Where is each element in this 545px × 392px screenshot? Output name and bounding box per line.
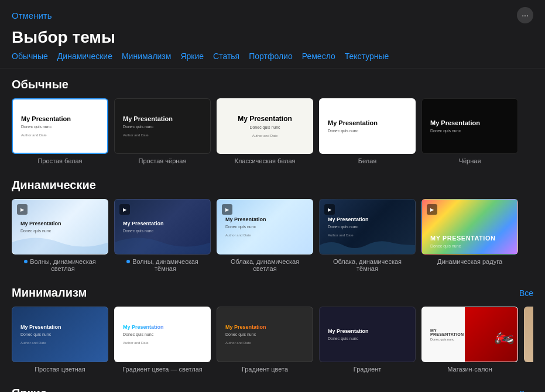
section-title-minimalizm: Минимализм (12, 286, 87, 300)
tab-dinamicheskie[interactable]: Динамические (57, 51, 112, 61)
theme-wave-dark[interactable]: ▶ My Presentation Donec quis nunc Волны,… (114, 199, 211, 272)
tab-yarkie[interactable]: Яркие (180, 51, 204, 61)
theme-label: Градиент цвета — светлая (122, 366, 203, 373)
theme-label: Простая чёрная (139, 157, 187, 164)
see-all-yarkie[interactable]: Все (519, 389, 533, 393)
theme-wave-light[interactable]: ▶ My Presentation Donec quis nunc Волны,… (12, 199, 108, 272)
play-icon: ▶ (222, 204, 232, 215)
content-area: Обычные My Presentation Donec quis nunc … (0, 68, 545, 392)
section-yarkie: Яркие Все MY PRESENTATION (12, 387, 533, 392)
theme-label: Классическая белая (234, 157, 295, 164)
theme-cloud-light[interactable]: ▶ My Presentation Donec quis nunc Author… (217, 199, 313, 272)
theme-white[interactable]: My Presentation Donec quis nunc Белая (319, 98, 416, 164)
tab-minimalizm[interactable]: Минимализм (122, 51, 171, 61)
tab-portfolio[interactable]: Портфолио (249, 51, 293, 61)
theme-label: Чёрная (459, 157, 481, 164)
tab-statya[interactable]: Статья (213, 51, 239, 61)
theme-gradient-color[interactable]: My Presentation Donec quis nunc Author a… (217, 307, 313, 373)
theme-label: Динамическая радуга (437, 258, 502, 265)
tab-teksturnye[interactable]: Текстурные (345, 51, 389, 61)
play-icon: ▶ (17, 204, 28, 215)
section-header-minimalizm: Минимализм Все (12, 286, 533, 300)
theme-label: Облака, динамическаятёмная (333, 258, 402, 272)
theme-cloud-dark[interactable]: ▶ My Presentation Donec quis nunc Author… (319, 199, 416, 272)
top-bar: Отменить ··· (0, 0, 545, 28)
theme-salon[interactable]: 🏍️ MY PRESENTATION Donec quis nunc Магаз… (421, 307, 518, 373)
section-minimalizm: Минимализм Все My Presentation Donec qui… (12, 286, 533, 373)
section-obychnye: Обычные My Presentation Donec quis nunc … (12, 78, 533, 164)
theme-label-wrapper: Волны, динамическаясветлая (24, 258, 96, 272)
theme-label-wrapper: Волны, динамическаятёмная (126, 258, 198, 272)
section-header-yarkie: Яркие Все (12, 387, 533, 392)
section-title-yarkie: Яркие (12, 387, 47, 392)
theme-black[interactable]: My Presentation Donec quis nunc Чёрная (421, 98, 518, 164)
section-dinamicheskie: Динамические ▶ My Presentation Donec qui… (12, 178, 533, 272)
theme-label: Белая (358, 157, 376, 164)
theme-label: Волны, динамическаясветлая (30, 258, 96, 272)
theme-simple-black[interactable]: My Presentation Donec quis nunc Author a… (114, 98, 211, 164)
theme-label: Волны, динамическаятёмная (132, 258, 198, 272)
section-title-dinamicheskie: Динамические (12, 178, 96, 192)
theme-label: Простая белая (37, 157, 82, 164)
theme-label: Облака, динамическаясветлая (231, 258, 299, 272)
theme-simple-color[interactable]: My Presentation Donec quis nunc Author a… (12, 307, 108, 373)
theme-label: Магазин-салон (447, 366, 492, 373)
see-all-minimalizm[interactable]: Все (519, 288, 533, 298)
theme-rainbow[interactable]: ▶ MY PRESENTATION Donec quis nunc Динами… (421, 199, 518, 272)
section-title-obychnye: Обычные (12, 78, 68, 91)
section-header-dinamicheskie: Динамические (12, 178, 533, 192)
themes-grid-dinamicheskie: ▶ My Presentation Donec quis nunc Волны,… (12, 199, 533, 272)
theme-label: Градиент цвета (242, 366, 288, 373)
cancel-button[interactable]: Отменить (12, 11, 52, 20)
navigation-tabs: Обычные Динамические Минимализм Яркие Ст… (0, 51, 545, 68)
themes-grid-minimalizm: My Presentation Donec quis nunc Author a… (12, 307, 533, 373)
play-icon: ▶ (427, 204, 437, 215)
theme-simple-white[interactable]: My Presentation Donec quis nunc Author a… (12, 98, 108, 164)
tab-remeslo[interactable]: Ремесло (302, 51, 335, 61)
theme-gradient[interactable]: My Presentation Donec quis nunc Градиент (319, 307, 416, 373)
more-button[interactable]: ··· (517, 7, 533, 23)
themes-grid-obychnye: My Presentation Donec quis nunc Author a… (12, 98, 533, 164)
more-icon: ··· (522, 11, 529, 20)
page-title: Выбор темы (0, 28, 545, 51)
section-header-obychnye: Обычные (12, 78, 533, 91)
theme-partial[interactable] (524, 307, 533, 373)
theme-gradient-light[interactable]: My Presentation Donec quis nunc Author a… (114, 307, 211, 373)
tab-obychnye[interactable]: Обычные (12, 51, 48, 61)
theme-classic-white[interactable]: My Presentation Donec quis nunc Author a… (217, 98, 313, 164)
play-icon: ▶ (324, 204, 335, 215)
theme-label: Градиент (354, 366, 381, 373)
theme-label: Простая цветная (35, 366, 85, 373)
play-icon: ▶ (119, 204, 130, 215)
